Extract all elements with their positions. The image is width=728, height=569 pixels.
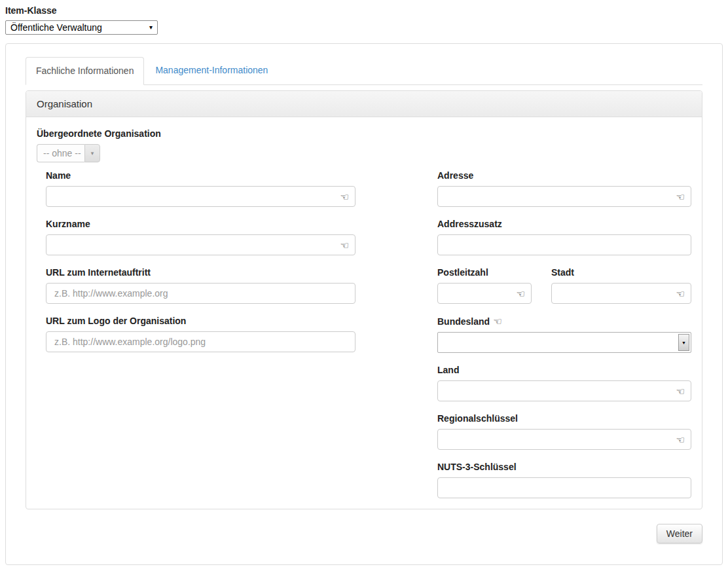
kurzname-input[interactable] [46, 234, 355, 255]
name-label: Name [46, 170, 355, 181]
regionalschluessel-input[interactable] [437, 429, 691, 450]
adresse-label: Adresse [437, 170, 691, 181]
field-bundesland: Bundesland☜ ▼ [437, 316, 691, 353]
adresse-input[interactable] [437, 186, 691, 207]
land-label: Land [437, 365, 691, 376]
insert-hand-icon[interactable]: ☜ [676, 435, 685, 445]
url-internetauftritt-label: URL zum Internetauftritt [46, 267, 355, 278]
weiter-button[interactable]: Weiter [657, 524, 702, 543]
adresszusatz-label: Addresszusatz [437, 219, 691, 230]
url-logo-input[interactable] [46, 331, 355, 352]
chevron-down-icon: ▾ [91, 150, 94, 156]
stadt-label: Stadt [551, 267, 691, 278]
parent-organisation-dropdown-button[interactable]: ▾ [84, 144, 100, 162]
field-regionalschluessel: Regionalschlüssel ☜ [437, 413, 691, 450]
main-panel: Fachliche Informationen Management-Infor… [5, 43, 723, 565]
form-column-right: Adresse ☜ Addresszusatz [437, 170, 691, 498]
field-land: Land ☜ [437, 365, 691, 401]
field-plz-stadt-row: Postleitzahl ☜ Stadt [437, 267, 691, 304]
field-url-internetauftritt: URL zum Internetauftritt [46, 267, 355, 304]
parent-organisation-label: Übergeordnete Organisation [37, 128, 691, 139]
item-class-selected-value: Öffentliche Verwaltung [10, 22, 102, 33]
insert-hand-icon[interactable]: ☜ [676, 289, 685, 299]
adresszusatz-input[interactable] [437, 234, 691, 255]
item-class-area: Item-Klasse Öffentliche Verwaltung ▾ [0, 0, 728, 35]
tab-fachliche-informationen[interactable]: Fachliche Informationen [26, 57, 144, 85]
item-class-label: Item-Klasse [5, 5, 723, 16]
chevron-down-icon: ▾ [149, 24, 153, 31]
insert-hand-icon[interactable]: ☜ [676, 386, 685, 396]
field-adresszusatz: Addresszusatz [437, 219, 691, 255]
form-column-left: Name ☜ Kurzname ☜ UR [46, 170, 355, 498]
field-stadt: Stadt ☜ [551, 267, 691, 304]
land-input[interactable] [437, 380, 691, 401]
url-internetauftritt-input[interactable] [46, 283, 355, 304]
field-name: Name ☜ [46, 170, 355, 207]
insert-hand-icon[interactable]: ☜ [493, 316, 501, 327]
bundesland-dropdown-button[interactable]: ▼ [678, 334, 689, 351]
parent-organisation-select[interactable]: -- ohne -- ▾ [37, 144, 100, 162]
organisation-form: Übergeordnete Organisation -- ohne -- ▾ … [26, 117, 702, 509]
organisation-section: Organisation Übergeordnete Organisation … [26, 90, 702, 509]
footer-actions: Weiter [26, 524, 702, 543]
field-postleitzahl: Postleitzahl ☜ [437, 267, 532, 304]
organisation-section-title: Organisation [26, 91, 702, 117]
insert-hand-icon[interactable]: ☜ [517, 289, 525, 299]
postleitzahl-label: Postleitzahl [437, 267, 532, 278]
tab-management-informationen[interactable]: Management-Informationen [145, 57, 278, 84]
insert-hand-icon[interactable]: ☜ [340, 192, 349, 202]
nuts3-input[interactable] [437, 477, 691, 498]
item-class-select[interactable]: Öffentliche Verwaltung ▾ [5, 20, 158, 35]
field-adresse: Adresse ☜ [437, 170, 691, 207]
nuts3-label: NUTS-3-Schlüssel [437, 462, 691, 473]
insert-hand-icon[interactable]: ☜ [340, 240, 349, 250]
tab-bar: Fachliche Informationen Management-Infor… [26, 57, 702, 85]
insert-hand-icon[interactable]: ☜ [676, 192, 685, 202]
field-url-logo: URL zum Logo der Organisation [46, 316, 355, 352]
bundesland-select[interactable]: ▼ [437, 332, 691, 353]
url-logo-label: URL zum Logo der Organisation [46, 316, 355, 327]
field-kurzname: Kurzname ☜ [46, 219, 355, 255]
parent-organisation-selected-value: -- ohne -- [37, 144, 84, 162]
name-input[interactable] [46, 186, 355, 207]
kurzname-label: Kurzname [46, 219, 355, 230]
regionalschluessel-label: Regionalschlüssel [437, 413, 691, 424]
field-nuts3: NUTS-3-Schlüssel [437, 462, 691, 498]
chevron-down-icon: ▼ [682, 340, 686, 345]
bundesland-label: Bundesland☜ [437, 316, 691, 327]
stadt-input[interactable] [551, 283, 691, 304]
